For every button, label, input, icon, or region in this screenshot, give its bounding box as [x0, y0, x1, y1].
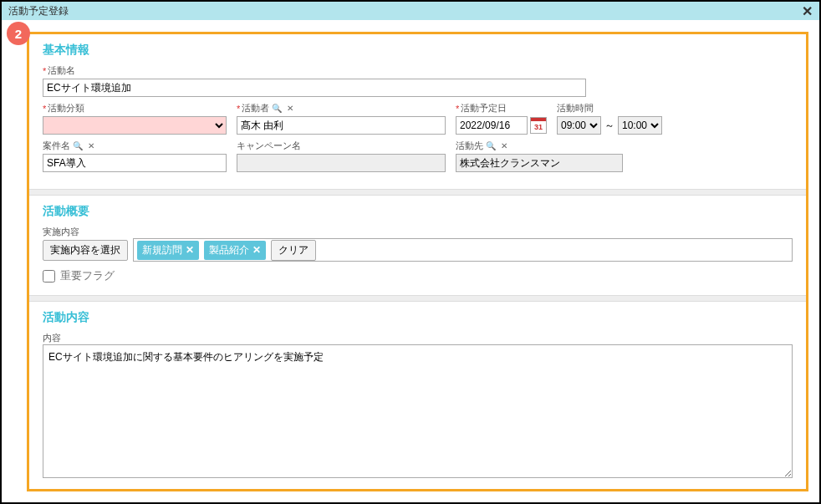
window-title: 活動予定登録: [8, 4, 69, 18]
activity-name-label: *活動名: [43, 64, 793, 77]
important-flag-checkbox[interactable]: [43, 270, 55, 283]
section-detail-title: 活動内容: [43, 310, 793, 325]
scheduled-date-input[interactable]: [456, 116, 528, 135]
select-impl-button[interactable]: 実施内容を選択: [43, 240, 128, 261]
time-separator: ～: [604, 119, 614, 133]
impl-label: 実施内容: [43, 227, 79, 237]
time-to-select[interactable]: 10:00: [618, 116, 662, 135]
clear-icon[interactable]: ✕: [498, 140, 510, 152]
tag-item: 製品紹介 ✕: [204, 241, 266, 260]
time-from-select[interactable]: 09:00: [557, 116, 601, 135]
calendar-icon[interactable]: 31: [530, 117, 547, 134]
activity-target-label: 活動先 🔍 ✕: [456, 140, 623, 152]
activity-person-input[interactable]: [237, 116, 446, 135]
clear-icon[interactable]: ✕: [284, 103, 296, 115]
remove-tag-icon[interactable]: ✕: [186, 244, 194, 256]
window-titlebar: 活動予定登録 ✕: [2, 2, 819, 20]
campaign-name-label: キャンペーン名: [237, 140, 446, 152]
case-name-label: 案件名 🔍 ✕: [43, 140, 227, 152]
step-badge: 2: [7, 22, 30, 45]
form-panel: 基本情報 *活動名 *活動分類 *活動者 🔍 ✕: [27, 32, 808, 491]
section-basic: 基本情報 *活動名 *活動分類 *活動者 🔍 ✕: [29, 34, 806, 189]
activity-name-input[interactable]: [43, 79, 586, 97]
section-summary-title: 活動概要: [43, 204, 793, 219]
section-summary: 活動概要 実施内容 実施内容を選択 新規訪問 ✕ 製品紹介 ✕ クリア 重要フラ…: [29, 196, 806, 295]
section-basic-title: 基本情報: [43, 43, 793, 58]
divider: [29, 295, 806, 302]
remove-tag-icon[interactable]: ✕: [252, 244, 261, 256]
tag-item: 新規訪問 ✕: [137, 241, 199, 260]
divider: [29, 189, 806, 196]
close-icon[interactable]: ✕: [802, 3, 813, 19]
search-icon[interactable]: 🔍: [72, 140, 84, 152]
clear-tags-button[interactable]: クリア: [271, 240, 316, 261]
content-textarea[interactable]: [43, 344, 793, 478]
impl-tagbox: 新規訪問 ✕ 製品紹介 ✕ クリア: [133, 238, 793, 262]
activity-time-label: 活動時間: [557, 102, 662, 115]
important-flag-label: 重要フラグ: [60, 268, 115, 283]
search-icon[interactable]: 🔍: [271, 103, 283, 115]
search-icon[interactable]: 🔍: [485, 140, 497, 152]
activity-target-input: [456, 154, 623, 172]
activity-person-label: *活動者 🔍 ✕: [237, 102, 446, 115]
content-label: 内容: [43, 333, 61, 343]
case-name-input[interactable]: [43, 154, 227, 172]
clear-icon[interactable]: ✕: [85, 140, 97, 152]
activity-category-label: *活動分類: [43, 102, 227, 115]
campaign-name-input: [237, 154, 446, 172]
section-detail: 活動内容 内容: [29, 302, 806, 491]
scheduled-date-label: * 活動予定日: [456, 102, 547, 115]
activity-category-select[interactable]: [43, 116, 227, 135]
